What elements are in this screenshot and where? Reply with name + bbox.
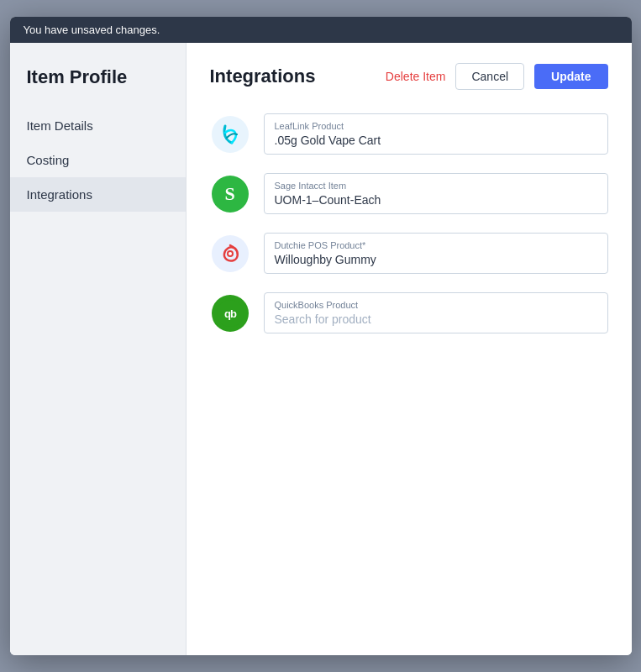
integration-row-sage: S Sage Intacct Item UOM-1–Count-Each — [210, 173, 608, 214]
integration-row-quickbooks: qb QuickBooks Product Search for product — [210, 292, 608, 333]
delete-item-button[interactable]: Delete Item — [386, 70, 446, 83]
leaflink-field-label: LeafLink Product — [275, 121, 597, 131]
svg-point-3 — [229, 252, 232, 255]
quickbooks-field-placeholder: Search for product — [275, 312, 597, 326]
modal-body: Item Profile Item Details Costing Integr… — [10, 43, 632, 655]
leaflink-logo — [210, 114, 250, 155]
header-actions: Delete Item Cancel Update — [386, 63, 608, 90]
dutchie-field-value: Willoughby Gummy — [275, 253, 597, 266]
leaflink-field[interactable]: LeafLink Product .05g Gold Vape Cart — [264, 113, 608, 155]
main-header: Integrations Delete Item Cancel Update — [210, 63, 608, 90]
sidebar-title: Item Profile — [10, 53, 186, 108]
main-content: Integrations Delete Item Cancel Update — [187, 43, 632, 655]
sage-field-label: Sage Intacct Item — [275, 181, 597, 191]
quickbooks-icon: qb — [212, 295, 249, 332]
quickbooks-logo: qb — [210, 293, 250, 333]
sidebar-item-item-details[interactable]: Item Details — [10, 108, 186, 143]
sage-logo: S — [210, 174, 250, 214]
quickbooks-field-label: QuickBooks Product — [275, 300, 597, 310]
sage-icon: S — [212, 176, 249, 213]
integration-row-dutchie: Dutchie POS Product* Willoughby Gummy — [210, 233, 608, 274]
sidebar-item-costing[interactable]: Costing — [10, 143, 186, 177]
sage-field[interactable]: Sage Intacct Item UOM-1–Count-Each — [264, 173, 608, 214]
svg-text:qb: qb — [224, 307, 237, 320]
quickbooks-field[interactable]: QuickBooks Product Search for product — [264, 292, 608, 333]
cancel-button[interactable]: Cancel — [455, 63, 524, 90]
dutchie-logo — [210, 234, 250, 274]
dutchie-field[interactable]: Dutchie POS Product* Willoughby Gummy — [264, 233, 608, 274]
sage-field-value: UOM-1–Count-Each — [275, 193, 597, 207]
main-title: Integrations — [210, 66, 316, 87]
dutchie-field-label: Dutchie POS Product* — [275, 240, 597, 250]
sidebar-item-integrations[interactable]: Integrations — [10, 177, 186, 212]
update-button[interactable]: Update — [534, 64, 607, 89]
unsaved-banner: You have unsaved changes. — [10, 17, 632, 43]
dutchie-icon — [212, 235, 249, 272]
modal: You have unsaved changes. Item Profile I… — [10, 17, 632, 655]
modal-overlay: You have unsaved changes. Item Profile I… — [0, 0, 641, 672]
leaflink-field-value: .05g Gold Vape Cart — [275, 134, 597, 147]
sidebar: Item Profile Item Details Costing Integr… — [10, 43, 187, 655]
integration-row-leaflink: LeafLink Product .05g Gold Vape Cart — [210, 113, 608, 155]
